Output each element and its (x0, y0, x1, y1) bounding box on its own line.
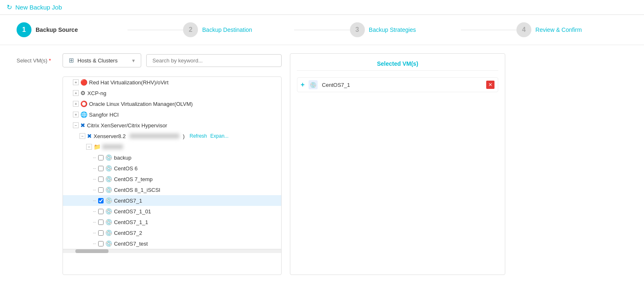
vm-backup-checkbox[interactable] (98, 155, 104, 160)
search-input[interactable] (146, 54, 282, 67)
top-bar: ↻ New Backup Job (0, 0, 644, 15)
vm-item-icon: 💿 (309, 80, 318, 89)
vm-centos71_01-checkbox[interactable] (98, 209, 104, 214)
tree-item-vm-centos72[interactable]: ···· 💿 CentOS7_2 (63, 227, 281, 238)
vm-centos71-label: CentOS7_1 (114, 198, 142, 204)
step-3-circle: 3 (350, 22, 365, 37)
dropdown-label: Hosts & Clusters (77, 57, 118, 64)
step-2-label: Backup Destination (202, 26, 252, 33)
step-3-label: Backup Strategies (369, 26, 416, 33)
step-1-label: Backup Source (36, 26, 78, 33)
step-divider-3 (461, 30, 516, 30)
tree-dots-centos71_1: ···· (93, 220, 96, 225)
expand-icon-xcp[interactable]: + (73, 90, 79, 96)
folder-icon: 📁 (94, 143, 101, 150)
vm-centos81-checkbox[interactable] (98, 187, 104, 193)
tree-item-olvm[interactable]: + ⭕ Oracle Linux Virtualization Manager(… (63, 98, 281, 109)
step-2[interactable]: 2 Backup Destination (183, 22, 294, 37)
page-title: New Backup Job (15, 4, 62, 11)
vm-centos7test-checkbox[interactable] (98, 241, 104, 246)
tree-item-vm-centos7test[interactable]: ···· 💿 CentOS7_test (63, 238, 281, 249)
tree-item-vm-backup[interactable]: ···· 💿 backup (63, 152, 281, 163)
refresh-action[interactable]: Refresh (190, 133, 207, 139)
tree-container[interactable]: + 🔴 Red Hat Virtualization(RHV)/oVirt + … (63, 76, 282, 275)
rhv-label: Red Hat Virtualization(RHV)/oVirt (89, 79, 169, 86)
tree-item-folder[interactable]: − 📁 (63, 141, 281, 152)
step-3[interactable]: 3 Backup Strategies (350, 22, 461, 37)
tree-item-sangfor[interactable]: + 🌐 Sangfor HCI (63, 109, 281, 120)
vm-disk-icon: 💿 (310, 82, 316, 88)
vm-centos81-icon: 💿 (105, 186, 112, 193)
vm-centos6-label: CentOS 6 (114, 165, 137, 172)
vm-centos7temp-label: CentOS 7_temp (114, 176, 152, 182)
vm-backup-icon: 💿 (105, 154, 112, 161)
step-1[interactable]: 1 Backup Source (17, 22, 128, 37)
selected-vms-panel: Selected VM(s) + 💿 CentOS7_1 ✕ (290, 53, 505, 275)
remove-vm-button[interactable]: ✕ (486, 81, 494, 89)
vm-centos7test-icon: 💿 (105, 240, 112, 247)
folder-blurred-name (102, 144, 123, 149)
tree-item-vm-centos7temp[interactable]: ···· 💿 CentOS 7_temp (63, 174, 281, 184)
xcp-label: XCP-ng (87, 90, 106, 96)
horizontal-scrollbar[interactable] (63, 249, 281, 253)
step-4-label: Review & Confirm (535, 26, 582, 33)
vm-centos7temp-checkbox[interactable] (98, 177, 104, 182)
tree-item-vm-centos6[interactable]: ···· 💿 CentOS 6 (63, 163, 281, 174)
expand-icon-rhv[interactable]: + (73, 79, 79, 85)
tree-item-vm-centos71_1[interactable]: ···· 💿 CentOS7_1_1 (63, 217, 281, 227)
tree-item-vm-centos81[interactable]: ···· 💿 CentOS 8_1_iSCSI (63, 184, 281, 195)
add-icon: + (301, 81, 304, 88)
vm-centos71_1-checkbox[interactable] (98, 220, 104, 225)
xenserver-icon: ✖ (87, 133, 92, 139)
expand-action[interactable]: Expan... (210, 133, 229, 139)
tree-item-citrix[interactable]: − ✖ Citrix XenServer/Citrix Hypervisor (63, 120, 281, 131)
citrix-label: Citrix XenServer/Citrix Hypervisor (87, 122, 167, 129)
olvm-icon: ⭕ (80, 100, 87, 107)
tree-item-vm-centos71[interactable]: ···· 💿 CentOS7_1 (63, 195, 281, 206)
expand-icon-xenserver82[interactable]: − (80, 133, 85, 139)
tree-dots-centos7temp: ···· (93, 177, 96, 182)
vm-centos71_1-icon: 💿 (105, 219, 112, 225)
vm-centos81-label: CentOS 8_1_iSCSI (114, 187, 160, 193)
olvm-label: Oracle Linux Virtualization Manager(OLVM… (89, 101, 193, 107)
expand-icon-citrix[interactable]: − (73, 122, 79, 128)
main-content: Select VM(s) * ⊞ Hosts & Clusters ▾ + 🔴 … (0, 45, 644, 283)
vm-centos72-icon: 💿 (105, 229, 112, 236)
scrollbar-thumb (75, 249, 109, 253)
step-divider-1 (128, 30, 183, 30)
vm-item-name: CentOS7_1 (322, 82, 482, 88)
xenserver82-label: Xenserver8.2 (94, 133, 125, 139)
step-1-circle: 1 (17, 22, 31, 37)
sangfor-label: Sangfor HCI (89, 112, 119, 118)
refresh-icon: ↻ (7, 3, 12, 11)
hosts-clusters-icon: ⊞ (69, 57, 74, 64)
selected-vms-title: Selected VM(s) (297, 60, 498, 71)
sangfor-icon: 🌐 (80, 111, 87, 118)
vm-backup-label: backup (114, 155, 131, 161)
wizard-steps: 1 Backup Source 2 Backup Destination 3 B… (0, 15, 644, 45)
tree-item-rhv[interactable]: + 🔴 Red Hat Virtualization(RHV)/oVirt (63, 77, 281, 88)
vm-centos7test-label: CentOS7_test (114, 241, 148, 247)
vm-centos6-checkbox[interactable] (98, 166, 104, 171)
selected-vm-item: + 💿 CentOS7_1 ✕ (297, 77, 498, 92)
hosts-clusters-dropdown[interactable]: ⊞ Hosts & Clusters ▾ (63, 53, 141, 67)
vm-centos71_01-label: CentOS7_1_01 (114, 208, 151, 215)
tree-dots-centos7test: ···· (93, 241, 96, 246)
expand-icon-sangfor[interactable]: + (73, 112, 79, 117)
tree-dots: ···· (93, 155, 96, 160)
tree-item-xcp[interactable]: + ⚙ XCP-ng (63, 88, 281, 98)
vm-centos7temp-icon: 💿 (105, 176, 112, 182)
vm-centos71-checkbox[interactable] (98, 198, 104, 203)
xenserver82-paren: ) (183, 133, 184, 139)
expand-icon-olvm[interactable]: + (73, 101, 79, 107)
vm-centos71_01-icon: 💿 (105, 208, 112, 215)
select-vms-label: Select VM(s) * (17, 57, 51, 64)
expand-icon-folder[interactable]: − (86, 144, 92, 150)
tree-item-vm-centos71_01[interactable]: ···· 💿 CentOS7_1_01 (63, 206, 281, 217)
step-4-circle: 4 (516, 22, 531, 37)
xenserver82-actions: Refresh Expan... (190, 133, 229, 139)
xenserver82-blurred-info (130, 134, 179, 139)
step-4[interactable]: 4 Review & Confirm (516, 22, 627, 37)
tree-item-xenserver82[interactable]: − ✖ Xenserver8.2 ) Refresh Expan... (63, 131, 281, 141)
vm-centos72-checkbox[interactable] (98, 230, 104, 236)
